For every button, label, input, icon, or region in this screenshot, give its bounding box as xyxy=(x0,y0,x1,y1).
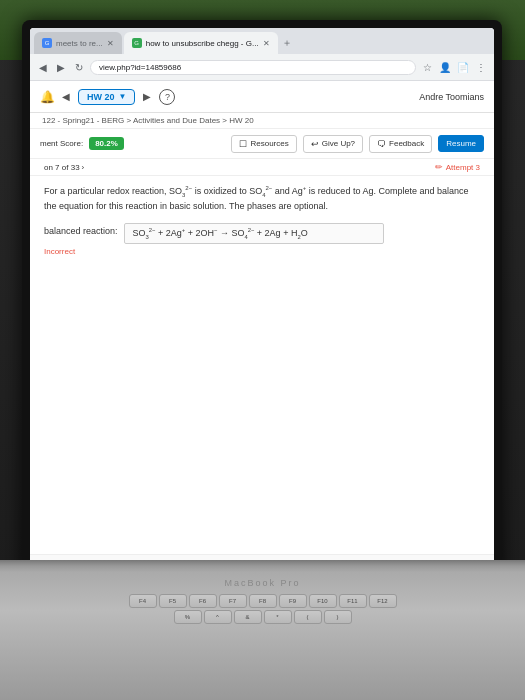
forward-button[interactable]: ▶ xyxy=(54,60,68,74)
sub-4: 4 xyxy=(262,192,265,198)
formula-sub-4: 4 xyxy=(244,234,247,240)
formula-sup-2m: 2− xyxy=(149,227,156,233)
formula-sub-3: 3 xyxy=(146,234,149,240)
feedback-label: Feedback xyxy=(389,139,424,148)
key-rparen[interactable]: ) xyxy=(324,610,352,624)
resources-icon: ☐ xyxy=(239,139,247,149)
reaction-input[interactable]: SO32− + 2Ag+ + 2OH− → SO42− + 2Ag + H2O xyxy=(124,223,384,244)
profile-icon[interactable]: 👤 xyxy=(438,60,452,74)
key-f12[interactable]: F12 xyxy=(369,594,397,608)
key-f10[interactable]: F10 xyxy=(309,594,337,608)
macbook-pro-label: MacBook Pro xyxy=(224,578,300,588)
browser-action-icons: ☆ 👤 📄 ⋮ xyxy=(420,60,488,74)
question-nav-row: on 7 of 33 › ✏ Attempt 3 xyxy=(30,159,494,176)
bell-icon[interactable]: 🔔 xyxy=(40,90,54,104)
question-text: For a particular redox reaction, SO32− i… xyxy=(44,184,480,213)
tab-favicon-2: G xyxy=(132,38,142,48)
tab-close-1[interactable]: ✕ xyxy=(107,39,114,48)
help-button[interactable]: ? xyxy=(159,89,175,105)
give-up-label: Give Up? xyxy=(322,139,355,148)
browser-chrome: G meets to re... ✕ G how to unsubscribe … xyxy=(30,28,494,81)
laptop-palmrest: MacBook Pro F4 F5 F6 F7 F8 F9 F10 F11 F1… xyxy=(0,572,525,700)
keyboard-area: F4 F5 F6 F7 F8 F9 F10 F11 F12 % ^ & * ( xyxy=(53,594,473,624)
tab-close-2[interactable]: ✕ xyxy=(263,39,270,48)
give-up-button[interactable]: ↩ Give Up? xyxy=(303,135,363,153)
reaction-formula: SO32− + 2Ag+ + 2OH− → SO42− + 2Ag + H2O xyxy=(133,227,308,240)
formula-sup-plus: + xyxy=(182,227,185,233)
resume-label: Resume xyxy=(446,139,476,148)
feedback-icon: 🗨 xyxy=(377,139,386,149)
more-icon[interactable]: ⋮ xyxy=(474,60,488,74)
resources-label: Resources xyxy=(250,139,288,148)
formula-sup-2m-2: 2− xyxy=(248,227,255,233)
hw-label-text: HW 20 xyxy=(87,92,115,102)
char-key-row: % ^ & * ( ) xyxy=(53,610,473,624)
refresh-button[interactable]: ↻ xyxy=(72,60,86,74)
screen-bezel: G meets to re... ✕ G how to unsubscribe … xyxy=(22,20,502,580)
star-icon[interactable]: ☆ xyxy=(420,60,434,74)
laptop-hinge xyxy=(0,560,525,572)
score-label: ment Score: xyxy=(40,139,83,148)
chegg-header: 🔔 ◀ HW 20 ▼ ▶ ? Andre Toomians xyxy=(30,81,494,113)
tab-label-2: how to unsubscribe chegg - G... xyxy=(146,39,259,48)
key-caret[interactable]: ^ xyxy=(204,610,232,624)
key-f5[interactable]: F5 xyxy=(159,594,187,608)
tab-inactive[interactable]: G meets to re... ✕ xyxy=(34,32,122,54)
incorrect-label: Incorrect xyxy=(44,247,480,256)
hw-label[interactable]: HW 20 ▼ xyxy=(78,89,135,105)
key-f7[interactable]: F7 xyxy=(219,594,247,608)
breadcrumb: 122 - Spring21 - BERG > Activities and D… xyxy=(30,113,494,129)
laptop-bottom: MacBook Pro F4 F5 F6 F7 F8 F9 F10 F11 F1… xyxy=(0,560,525,700)
resources-button[interactable]: ☐ Resources xyxy=(231,135,296,153)
give-up-icon: ↩ xyxy=(311,139,319,149)
question-nav: on 7 of 33 xyxy=(44,163,80,172)
resume-button[interactable]: Resume xyxy=(438,135,484,152)
key-f6[interactable]: F6 xyxy=(189,594,217,608)
pdf-icon[interactable]: 📄 xyxy=(456,60,470,74)
reaction-row: balanced reaction: SO32− + 2Ag+ + 2OH− →… xyxy=(44,223,480,244)
feedback-button[interactable]: 🗨 Feedback xyxy=(369,135,432,153)
formula-sup-minus: − xyxy=(214,227,217,233)
new-tab-button[interactable]: ＋ xyxy=(280,36,294,50)
hw-dropdown-arrow[interactable]: ▼ xyxy=(119,92,127,101)
user-name: Andre Toomians xyxy=(419,92,484,102)
formula-sub-h2o: 2 xyxy=(297,234,300,240)
back-button[interactable]: ◀ xyxy=(36,60,50,74)
key-star[interactable]: * xyxy=(264,610,292,624)
reaction-prefix: balanced reaction: xyxy=(44,226,118,236)
sup-2minus-2: 2− xyxy=(265,185,272,191)
nav-arrow-left[interactable]: ◀ xyxy=(62,91,70,102)
fn-key-row: F4 F5 F6 F7 F8 F9 F10 F11 F12 xyxy=(53,594,473,608)
sup-2minus: 2− xyxy=(185,185,192,191)
key-f8[interactable]: F8 xyxy=(249,594,277,608)
laptop-shell: G meets to re... ✕ G how to unsubscribe … xyxy=(0,0,525,700)
address-bar[interactable]: view.php?id=14859686 xyxy=(90,60,416,75)
tab-active[interactable]: G how to unsubscribe chegg - G... ✕ xyxy=(124,32,278,54)
breadcrumb-text: 122 - Spring21 - BERG > Activities and D… xyxy=(42,116,254,125)
tab-label-1: meets to re... xyxy=(56,39,103,48)
address-text: view.php?id=14859686 xyxy=(99,63,181,72)
key-lparen[interactable]: ( xyxy=(294,610,322,624)
key-f11[interactable]: F11 xyxy=(339,594,367,608)
key-f9[interactable]: F9 xyxy=(279,594,307,608)
toolbar: ment Score: 80.2% ☐ Resources ↩ Give Up?… xyxy=(30,129,494,159)
tab-bar: G meets to re... ✕ G how to unsubscribe … xyxy=(30,28,494,54)
sub-3: 3 xyxy=(182,192,185,198)
tab-favicon-1: G xyxy=(42,38,52,48)
question-nav-arrow[interactable]: › xyxy=(82,163,85,172)
question-area: For a particular redox reaction, SO32− i… xyxy=(30,176,494,554)
attempt-label: ✏ Attempt 3 xyxy=(435,162,480,172)
attempt-text: Attempt 3 xyxy=(446,163,480,172)
nav-arrow-right[interactable]: ▶ xyxy=(143,91,151,102)
score-badge: 80.2% xyxy=(89,137,124,150)
screen-content: G meets to re... ✕ G how to unsubscribe … xyxy=(30,28,494,572)
key-f4[interactable]: F4 xyxy=(129,594,157,608)
key-percent[interactable]: % xyxy=(174,610,202,624)
pencil-icon: ✏ xyxy=(435,162,443,172)
sup-plus: + xyxy=(303,185,307,191)
key-amp[interactable]: & xyxy=(234,610,262,624)
address-bar-row: ◀ ▶ ↻ view.php?id=14859686 ☆ 👤 📄 ⋮ xyxy=(30,54,494,80)
